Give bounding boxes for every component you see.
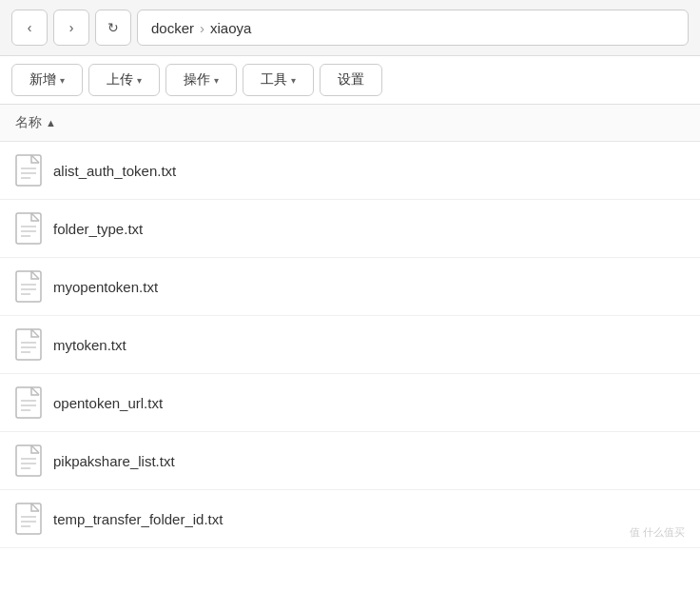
- actions-button-arrow: ▾: [214, 75, 219, 86]
- new-button-label: 新增: [29, 71, 56, 89]
- upload-button-arrow: ▾: [137, 75, 142, 86]
- file-name: opentoken_url.txt: [53, 395, 685, 411]
- settings-button-label: 设置: [338, 71, 364, 89]
- forward-icon: ›: [69, 20, 74, 35]
- name-column-header: 名称: [15, 114, 42, 131]
- file-icon: [15, 154, 42, 187]
- watermark: 值 什么值买: [630, 525, 685, 540]
- new-button[interactable]: 新增 ▾: [11, 64, 83, 96]
- svg-rect-20: [16, 445, 41, 476]
- file-icon: [15, 328, 42, 361]
- file-name: temp_transfer_folder_id.txt: [53, 511, 685, 527]
- file-name: mytoken.txt: [53, 337, 685, 353]
- upload-button-label: 上传: [107, 71, 133, 89]
- toolbar: 新增 ▾ 上传 ▾ 操作 ▾ 工具 ▾ 设置: [0, 56, 700, 105]
- tools-button[interactable]: 工具 ▾: [243, 64, 314, 96]
- svg-rect-24: [16, 503, 41, 534]
- forward-button[interactable]: ›: [53, 10, 89, 46]
- file-icon: [15, 386, 42, 419]
- tools-button-arrow: ▾: [291, 75, 296, 86]
- file-icon: [15, 444, 42, 477]
- tools-button-label: 工具: [261, 71, 287, 89]
- new-button-arrow: ▾: [60, 75, 65, 86]
- file-list-header: 名称 ▲: [0, 105, 700, 142]
- breadcrumb: docker › xiaoya: [137, 10, 689, 46]
- file-name: folder_type.txt: [53, 221, 685, 237]
- table-row[interactable]: temp_transfer_folder_id.txt值 什么值买: [0, 490, 700, 548]
- svg-rect-16: [16, 387, 41, 418]
- upload-button[interactable]: 上传 ▾: [88, 64, 160, 96]
- file-list: 名称 ▲ alist_auth_token.txt folder_type.tx…: [0, 105, 700, 548]
- file-name: alist_auth_token.txt: [53, 163, 685, 179]
- back-button[interactable]: ‹: [11, 10, 48, 46]
- reload-button[interactable]: ↻: [95, 10, 131, 46]
- file-icon: [15, 270, 42, 303]
- settings-button[interactable]: 设置: [320, 64, 382, 96]
- table-row[interactable]: mytoken.txt: [0, 316, 700, 374]
- svg-rect-4: [16, 213, 41, 244]
- table-row[interactable]: myopentoken.txt: [0, 258, 700, 316]
- table-row[interactable]: folder_type.txt: [0, 200, 700, 258]
- breadcrumb-separator: ›: [200, 20, 204, 36]
- table-row[interactable]: pikpakshare_list.txt: [0, 432, 700, 490]
- svg-rect-12: [16, 329, 41, 360]
- file-rows-container: alist_auth_token.txt folder_type.txt myo…: [0, 142, 700, 548]
- file-name: pikpakshare_list.txt: [53, 453, 685, 469]
- file-icon: [15, 212, 42, 245]
- breadcrumb-root: docker: [151, 20, 194, 36]
- svg-rect-0: [16, 155, 41, 186]
- breadcrumb-current: xiaoya: [210, 20, 251, 36]
- sort-indicator: ▲: [46, 117, 56, 128]
- actions-button[interactable]: 操作 ▾: [165, 64, 237, 96]
- svg-rect-8: [16, 271, 41, 302]
- table-row[interactable]: opentoken_url.txt: [0, 374, 700, 432]
- file-name: myopentoken.txt: [53, 279, 685, 295]
- actions-button-label: 操作: [184, 71, 210, 89]
- reload-icon: ↻: [107, 20, 119, 35]
- back-icon: ‹: [28, 20, 32, 35]
- table-row[interactable]: alist_auth_token.txt: [0, 142, 700, 200]
- file-icon: [15, 503, 42, 535]
- nav-bar: ‹ › ↻ docker › xiaoya: [0, 0, 700, 56]
